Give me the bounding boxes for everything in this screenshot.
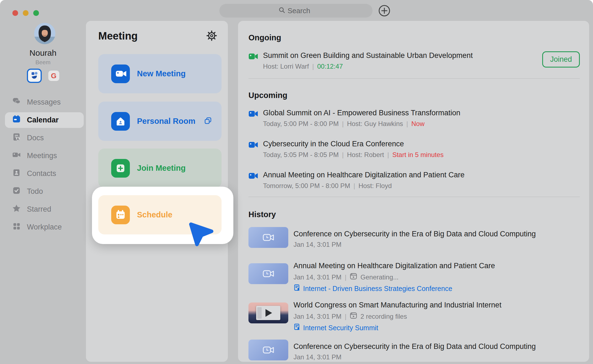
upcoming-meeting-row[interactable]: Annual Meeting on Healthcare Digitalizat… xyxy=(248,170,529,190)
new-window-plus-button[interactable] xyxy=(378,4,391,17)
sidebar-item-contacts[interactable]: Contacts xyxy=(5,166,84,181)
upcoming-meeting-row[interactable]: Global Summit on AI - Empowered Business… xyxy=(248,108,529,128)
video-camera-icon xyxy=(12,150,21,161)
video-camera-icon xyxy=(248,110,258,119)
personal-room-label: Personal Room xyxy=(137,117,195,126)
sidebar-item-meetings[interactable]: Meetings xyxy=(5,148,84,164)
recording-thumbnail[interactable] xyxy=(248,227,288,248)
gear-icon[interactable] xyxy=(206,30,217,42)
meeting-time: Tomorrow, 5:00 PM - 8:00 PM xyxy=(263,182,350,190)
recording-thumbnail[interactable] xyxy=(248,263,288,284)
meeting-time: Today, 5:00 PM - 8:00 PM xyxy=(263,120,339,128)
sidebar: Nourah Beem G Messages xyxy=(0,21,86,364)
upcoming-meeting-row[interactable]: Cybersecurity in the Cloud Era Conferenc… xyxy=(248,139,529,159)
meeting-status: Now xyxy=(411,120,424,128)
history-time: Jan 14, 3:01 PM xyxy=(293,353,342,361)
history-title: Conference on Cybersecurity in the Era o… xyxy=(293,229,536,239)
meeting-time: Today, 5:05 PM - 8:05 PM xyxy=(263,151,339,159)
ongoing-header: Ongoing xyxy=(248,33,281,42)
docs-icon xyxy=(12,133,21,143)
divider xyxy=(248,197,580,197)
meeting-title: Cybersecurity in the Cloud Era Conferenc… xyxy=(263,139,529,149)
recording-file-icon xyxy=(350,312,357,321)
sidebar-item-calendar[interactable]: Calendar xyxy=(5,112,84,128)
join-meeting-button[interactable]: Join Meeting xyxy=(98,149,222,188)
history-title: Annual Meeting on Healthcare Digitalizat… xyxy=(293,261,495,270)
schedule-button[interactable]: Schedule xyxy=(98,195,222,234)
sidebar-item-docs[interactable]: Docs xyxy=(5,130,84,146)
meeting-title: Summit on Green Building and Sustainable… xyxy=(263,51,529,60)
recording-thumbnail[interactable] xyxy=(248,340,288,360)
calendar-icon xyxy=(12,115,21,125)
sidebar-menu: Messages Calendar Docs Meetings Contacts… xyxy=(5,94,84,237)
zoom-window-button[interactable] xyxy=(33,10,39,16)
meeting-title: Global Summit on AI - Empowered Business… xyxy=(263,108,529,117)
history-time: Jan 14, 3:01 PM xyxy=(293,313,342,320)
new-meeting-button[interactable]: New Meeting xyxy=(98,54,222,93)
video-camera-icon xyxy=(111,65,130,83)
video-camera-icon xyxy=(248,141,258,150)
history-row[interactable]: World Congress on Smart Manufacturing an… xyxy=(248,303,580,323)
beem-logo-icon xyxy=(30,71,39,81)
recording-thumbnail[interactable] xyxy=(248,303,288,323)
meeting-status: Start in 5 minutes xyxy=(392,151,444,159)
close-window-button[interactable] xyxy=(12,10,18,16)
related-meeting-link[interactable]: Internet Security Summit xyxy=(293,323,501,332)
sidebar-item-label: Contacts xyxy=(27,169,56,178)
sidebar-item-workplace[interactable]: Workplace xyxy=(5,219,84,235)
schedule-label: Schedule xyxy=(137,210,172,219)
copy-icon[interactable] xyxy=(204,116,212,126)
avatar[interactable] xyxy=(34,23,55,44)
google-logo-icon: G xyxy=(51,72,56,80)
summary-doc-icon xyxy=(293,323,301,332)
grid-icon xyxy=(12,222,21,233)
sidebar-item-messages[interactable]: Messages xyxy=(5,94,84,110)
history-row[interactable]: Annual Meeting on Healthcare Digitalizat… xyxy=(248,263,580,284)
joined-button[interactable]: Joined xyxy=(542,51,580,68)
history-row[interactable]: Conference on Cybersecurity in the Era o… xyxy=(248,227,580,248)
video-camera-icon xyxy=(248,52,258,62)
sidebar-item-label: Starred xyxy=(27,205,51,214)
personal-room-button[interactable]: Personal Room xyxy=(98,102,222,141)
meeting-title: Annual Meeting on Healthcare Digitalizat… xyxy=(263,170,529,180)
schedule-calendar-icon xyxy=(111,206,130,224)
user-subtitle: Beem xyxy=(0,59,86,66)
sidebar-item-starred[interactable]: Starred xyxy=(5,201,84,217)
meeting-elapsed-time: 00:12:47 xyxy=(317,63,343,70)
sidebar-item-label: Todo xyxy=(27,187,43,196)
meetings-list-panel: Ongoing Summit on Green Building and Sus… xyxy=(238,21,589,362)
plus-square-icon xyxy=(111,159,130,178)
beem-account-button[interactable] xyxy=(27,69,42,83)
app-window: Nourah Beem G Messages xyxy=(0,0,593,364)
chat-icon xyxy=(12,97,21,108)
related-meeting-link[interactable]: Internet - Driven Business Strategies Co… xyxy=(293,284,495,293)
history-header: History xyxy=(248,210,276,219)
sidebar-item-label: Docs xyxy=(27,134,44,142)
minimize-window-button[interactable] xyxy=(23,10,29,16)
search-input-container[interactable] xyxy=(219,4,373,18)
divider xyxy=(248,78,580,79)
history-time: Jan 14, 3:01 PM xyxy=(293,241,342,248)
titlebar xyxy=(0,0,593,21)
search-input[interactable] xyxy=(288,7,314,15)
traffic-lights xyxy=(12,10,39,16)
summary-doc-icon xyxy=(293,284,301,293)
sidebar-item-label: Meetings xyxy=(27,152,57,160)
meeting-host: Host: Lorri Warf xyxy=(263,63,309,70)
checkbox-icon xyxy=(12,186,21,197)
video-camera-icon xyxy=(248,172,258,181)
ongoing-meeting-row[interactable]: Summit on Green Building and Sustainable… xyxy=(248,51,529,70)
meeting-panel-title: Meeting xyxy=(98,30,138,42)
new-meeting-label: New Meeting xyxy=(137,69,186,78)
search-icon xyxy=(278,7,286,15)
google-account-button[interactable]: G xyxy=(48,71,59,81)
history-row[interactable]: Conference on Cybersecurity in the Era o… xyxy=(248,340,580,360)
upcoming-header: Upcoming xyxy=(248,91,287,100)
sidebar-item-label: Messages xyxy=(27,98,61,107)
user-name: Nourah xyxy=(0,48,86,58)
sidebar-item-todo[interactable]: Todo xyxy=(5,184,84,199)
sidebar-item-label: Workplace xyxy=(27,223,62,231)
home-icon xyxy=(111,112,130,131)
recording-status: 2 recording files xyxy=(360,313,407,320)
join-meeting-label: Join Meeting xyxy=(137,164,186,173)
